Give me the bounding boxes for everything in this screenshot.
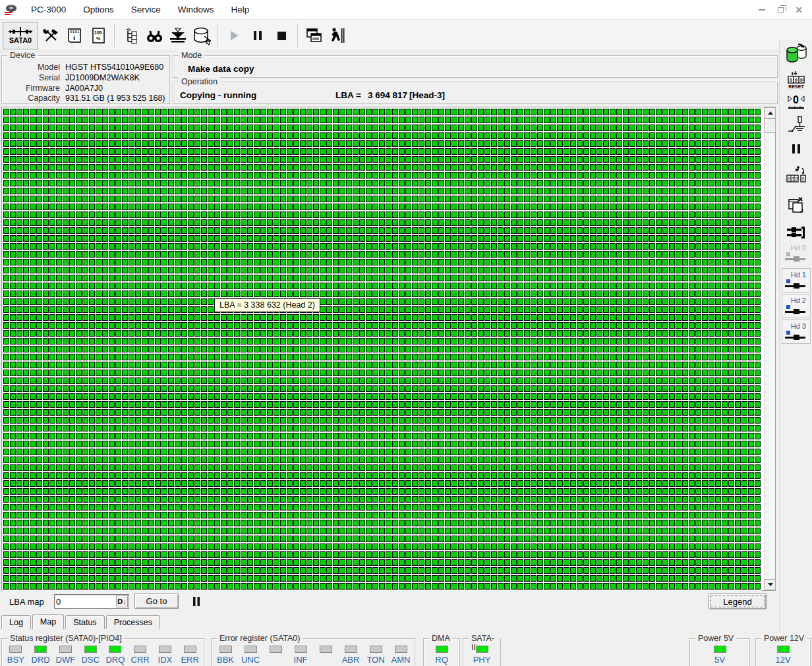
mode-group-title: Mode (179, 51, 204, 60)
led-rq: RQ (429, 646, 454, 665)
led-phy: PHY (469, 646, 494, 665)
register-group-status: Status register (SATA0)-[PIO4]BSYDRDDWFD… (1, 638, 204, 666)
map-vertical-scrollbar[interactable] (764, 107, 775, 590)
doc-100-button[interactable]: 100 % (87, 22, 109, 49)
windows-cascade-button[interactable] (303, 22, 325, 49)
led-indicator (159, 646, 171, 653)
pause-icon (249, 26, 266, 45)
operation-group: Operation Copying - running LBA = 3 694 … (173, 82, 778, 104)
minimize-button[interactable] (753, 3, 771, 17)
led-dwf: DWF (53, 646, 78, 665)
heads-map-button[interactable] (782, 223, 811, 242)
tab-map[interactable]: Map (32, 614, 64, 629)
led-indicator (270, 646, 282, 653)
data-copy-green-icon (785, 42, 807, 65)
filter-button[interactable] (167, 22, 189, 49)
led-label: 12V (775, 655, 790, 665)
operation-status: Copying - running (180, 90, 256, 100)
tools-button[interactable] (40, 22, 62, 49)
tree-view-button[interactable] (119, 22, 142, 49)
led-indicator (395, 646, 407, 653)
heads-icon (785, 225, 807, 240)
map-controls-row: LBA map D↓ Go to Legend (0, 591, 778, 613)
lba-input[interactable] (56, 596, 115, 607)
reset-button[interactable]: 1 0 0 0 RESET (782, 67, 811, 91)
data-export-button[interactable] (190, 22, 213, 49)
led-label: DWF (56, 655, 76, 665)
group-title: Power 12V (761, 634, 807, 643)
map-pause-icon[interactable] (190, 596, 202, 607)
utility-info-button[interactable]: 0101 i (63, 22, 86, 49)
register-group-p12: Power 12V12V (755, 638, 811, 666)
menu-help[interactable]: Help (223, 1, 258, 18)
group-title: Power 5V (695, 634, 736, 643)
firmware-value: JA00A7J0 (65, 84, 103, 94)
menu-service[interactable]: Service (123, 1, 169, 18)
led-indicator (320, 646, 332, 653)
restore-button[interactable] (771, 3, 790, 17)
scrollbar-thumb[interactable] (765, 119, 776, 133)
device-info: Model HGST HTS541010A9E680 Serial JD1009… (7, 63, 165, 104)
tab-processes[interactable]: Processes (106, 615, 160, 629)
operation-group-title: Operation (179, 77, 220, 86)
led-indicator (134, 646, 146, 653)
recalibrate-button[interactable]: 0 (782, 90, 811, 112)
led-label: INF (294, 655, 308, 665)
svg-text:0: 0 (795, 78, 798, 82)
red-down-arrow-icon: ↓ (123, 598, 127, 605)
active-task-button[interactable] (782, 42, 811, 65)
database-arrow-icon (191, 26, 212, 45)
start-button[interactable] (223, 22, 245, 49)
svg-text:0: 0 (792, 177, 794, 181)
scrollbar-up-button[interactable] (765, 107, 776, 119)
pause-button[interactable] (246, 22, 269, 49)
head-3-button[interactable]: Hd 3 (782, 319, 811, 344)
lba-map-grid[interactable] (3, 108, 761, 591)
play-icon (225, 26, 243, 45)
head-1-button[interactable]: Hd 1 (782, 268, 811, 292)
tools-icon (42, 26, 60, 45)
exit-button[interactable] (326, 22, 349, 49)
led-bsy: BSY (3, 646, 28, 665)
exit-running-man-icon (328, 26, 347, 45)
lba-map-tooltip: LBA = 3 338 632 (Head 2) (214, 298, 320, 312)
head-arm-icon (785, 330, 806, 341)
sidebar-pause-button[interactable] (782, 138, 811, 159)
stop-button[interactable] (270, 22, 293, 49)
led-indicator (184, 646, 196, 653)
led-crr: CRR (128, 646, 153, 665)
menu-pc3000[interactable]: PC-3000 (22, 1, 74, 18)
dec-format-button[interactable]: D↓ (116, 596, 128, 607)
led-indicator (109, 646, 121, 653)
goto-button[interactable]: Go to (134, 594, 179, 609)
hd3-label: Hd 3 (791, 323, 806, 330)
device-serial-row: Serial JD1009DM2WAK8K (7, 73, 165, 84)
led-label: 5V (714, 655, 725, 665)
led-label: PHY (473, 655, 491, 665)
register-group-p5: Power 5V5V (689, 638, 750, 666)
menu-windows[interactable]: Windows (169, 1, 223, 18)
svg-text:0: 0 (793, 94, 799, 105)
close-task-windows-button[interactable] (782, 192, 811, 217)
head-test-button[interactable] (782, 113, 811, 137)
circuit-icon (786, 115, 807, 136)
counter-clear-button[interactable]: 0 0 0 0 (782, 163, 811, 187)
utility-info-icon: 0101 i (65, 26, 84, 45)
legend-button[interactable]: Legend (709, 594, 767, 609)
tab-status[interactable]: Status (65, 615, 104, 629)
device-group-title: Device (7, 51, 38, 60)
menu-options[interactable]: Options (74, 1, 123, 18)
led-label: IDX (158, 655, 173, 665)
tab-log[interactable]: Log (1, 615, 31, 629)
binoculars-icon (144, 26, 164, 45)
head-2-button[interactable]: Hd 2 (782, 294, 811, 318)
led-abr: ABR (338, 646, 363, 665)
hd0-label: Hd 0 (791, 244, 806, 252)
scrollbar-down-button[interactable] (765, 579, 776, 590)
led-indicator (345, 646, 357, 653)
svg-text:0: 0 (790, 78, 792, 82)
search-button[interactable] (143, 22, 165, 49)
cascade-windows-icon (304, 26, 324, 45)
sata0-port-button[interactable]: SATA0 (3, 22, 38, 49)
close-button[interactable]: ✕ (790, 3, 808, 17)
